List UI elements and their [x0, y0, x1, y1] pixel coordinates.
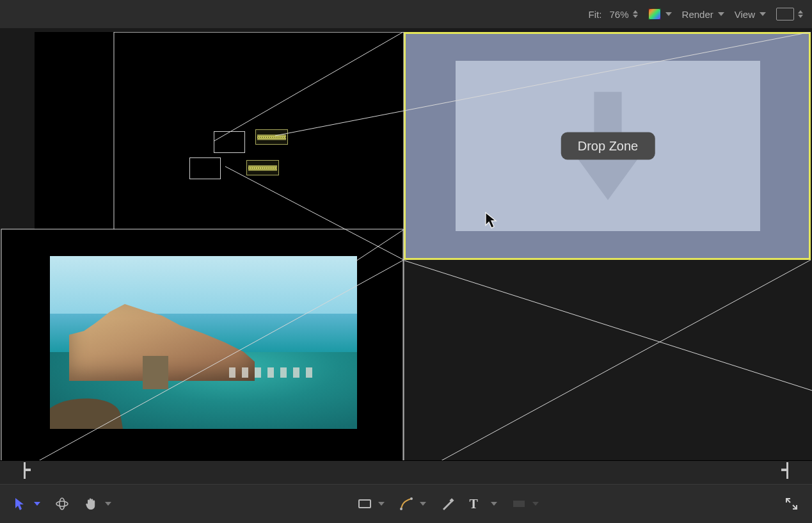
upper-stage-region	[35, 32, 403, 229]
pan-tool[interactable]	[83, 494, 113, 514]
audio-waveform-clip[interactable]	[246, 160, 279, 175]
pen-tool[interactable]	[397, 494, 427, 514]
play-range-ruler[interactable]	[0, 460, 812, 485]
bezier-pen-icon	[399, 496, 414, 511]
svg-rect-18	[513, 501, 525, 507]
in-point-marker[interactable]	[22, 461, 33, 480]
chevron-down-icon	[420, 502, 426, 506]
chevron-down-icon	[378, 502, 385, 506]
media-clip-vernazza[interactable]	[50, 256, 357, 429]
shape-tool[interactable]	[356, 494, 386, 514]
chevron-down-icon	[665, 12, 672, 16]
chevron-down-icon	[34, 502, 40, 506]
viewer-top-toolbar: Fit: 76% Render View	[0, 0, 812, 29]
svg-point-15	[400, 508, 402, 510]
svg-point-16	[410, 497, 413, 500]
drop-zone-inner[interactable]: Drop Zone	[456, 61, 760, 231]
paint-stroke-tool[interactable]	[439, 494, 457, 514]
aspect-menu[interactable]	[776, 8, 803, 20]
aspect-rect-icon	[776, 8, 794, 20]
render-label: Render	[682, 9, 713, 20]
text-tool[interactable]: T	[468, 494, 498, 514]
out-point-marker[interactable]	[779, 461, 790, 480]
chevron-down-icon	[105, 502, 111, 506]
rainbow-swatch-icon	[648, 8, 661, 20]
chevron-down-icon	[491, 502, 497, 506]
updown-icon	[798, 10, 803, 18]
drop-zone-label: Drop Zone	[561, 133, 655, 160]
fit-value: 76%	[610, 9, 629, 20]
brush-icon	[440, 496, 456, 511]
mask-tool	[510, 494, 540, 514]
svg-line-9	[404, 261, 812, 390]
expand-icon	[784, 496, 799, 511]
fit-label: Fit:	[589, 9, 602, 20]
fullscreen-toggle[interactable]	[783, 494, 800, 514]
3d-transform-tool[interactable]	[53, 494, 71, 514]
mask-rect-icon	[511, 496, 527, 511]
updown-icon	[633, 10, 638, 18]
rectangle-icon	[357, 496, 372, 511]
wireframe-clip[interactable]	[189, 157, 221, 179]
svg-line-8	[403, 260, 811, 481]
orbit-icon	[54, 496, 70, 511]
chevron-down-icon	[532, 502, 539, 506]
wireframe-clip[interactable]	[214, 131, 245, 153]
svg-rect-14	[359, 500, 370, 508]
color-channel-menu[interactable]	[648, 8, 672, 20]
svg-point-12	[56, 501, 68, 506]
text-icon: T	[470, 496, 485, 511]
view-menu[interactable]: View	[735, 9, 766, 20]
hand-icon	[84, 496, 99, 511]
drop-zone-panel[interactable]: Drop Zone	[404, 32, 811, 260]
canvas-bottom-toolbar: T	[0, 484, 812, 523]
fit-zoom-control[interactable]: Fit: 76%	[589, 9, 638, 20]
view-label: View	[735, 9, 755, 20]
svg-point-13	[60, 498, 65, 510]
chevron-down-icon	[718, 12, 724, 16]
chevron-down-icon	[760, 12, 766, 16]
arrow-cursor-icon	[13, 496, 28, 511]
audio-waveform-clip[interactable]	[255, 129, 288, 145]
select-tool[interactable]	[12, 494, 42, 514]
render-menu[interactable]: Render	[682, 9, 724, 20]
canvas-viewport[interactable]: Drop Zone	[0, 28, 812, 485]
